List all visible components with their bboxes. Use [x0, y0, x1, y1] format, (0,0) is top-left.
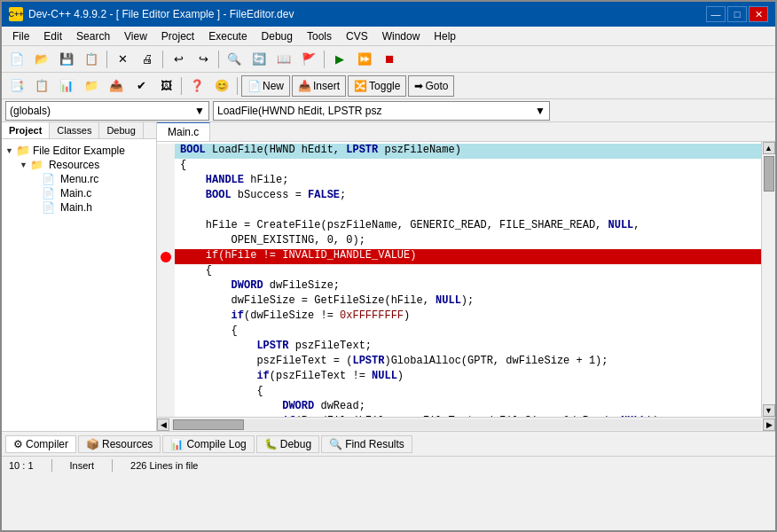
tree-root[interactable]: ▼📁File Editor Example	[5, 143, 153, 158]
tree-item-3[interactable]: 📄Main.h	[5, 200, 153, 215]
line-gutter	[157, 204, 175, 219]
code-line: OPEN_EXISTING, 0, 0);	[157, 234, 761, 249]
hscroll-right[interactable]: ▶	[763, 419, 775, 431]
function-value: LoadFile(HWND hEdit, LPSTR psz	[217, 105, 381, 117]
scrollbar-vertical[interactable]: ▲ ▼	[761, 142, 775, 417]
function-arrow: ▼	[535, 105, 545, 117]
scroll-down[interactable]: ▼	[763, 404, 775, 417]
code-line: LPSTR pszFileText;	[157, 340, 761, 355]
compile-btn[interactable]: ▶	[328, 49, 351, 70]
menu-item-cvs[interactable]: CVS	[339, 28, 375, 44]
bottom-tab-icon: 🔍	[329, 438, 342, 450]
code-text: BOOL LoadFile(HWND hEdit, LPSTR pszFileN…	[175, 144, 461, 159]
hscroll-thumb[interactable]	[173, 419, 244, 430]
side-tab-classes[interactable]: Classes	[50, 122, 99, 138]
tb2-1[interactable]: 📑	[5, 75, 28, 97]
maximize-button[interactable]: □	[727, 6, 747, 22]
bottom-tab-compile-log[interactable]: 📊Compile Log	[162, 435, 254, 453]
scope-value: (globals)	[10, 105, 51, 117]
tb2-2[interactable]: 📋	[30, 75, 53, 97]
bottom-tab-compiler[interactable]: ⚙Compiler	[5, 435, 76, 453]
scope-arrow: ▼	[194, 105, 205, 117]
menu-item-edit[interactable]: Edit	[36, 28, 69, 44]
code-line: if(pszFileText != NULL)	[157, 370, 761, 385]
menu-item-debug[interactable]: Debug	[255, 28, 300, 44]
tree-item-0[interactable]: ▼📁Resources	[5, 158, 153, 172]
line-gutter	[157, 174, 175, 189]
close-button[interactable]: ✕	[749, 6, 768, 22]
tb2-8[interactable]: ❓	[185, 75, 208, 97]
line-gutter	[157, 264, 175, 279]
side-tab-debug[interactable]: Debug	[99, 122, 143, 138]
tb2-5[interactable]: 📤	[105, 75, 128, 97]
stop-btn[interactable]: ⏹	[378, 49, 401, 70]
code-line: {	[157, 385, 761, 400]
tb2-7[interactable]: 🖼	[154, 75, 177, 97]
bottom-tab-resources[interactable]: 📦Resources	[78, 435, 161, 453]
menu-item-search[interactable]: Search	[69, 28, 117, 44]
code-tab-mainc[interactable]: Main.c	[157, 122, 210, 141]
side-tab-project[interactable]: Project	[2, 122, 50, 138]
bottom-tab-label: Debug	[280, 438, 311, 450]
bottom-tab-debug[interactable]: 🐛Debug	[256, 435, 319, 453]
title-bar: C++ Dev-C++ 4.9.9.2 - [ File Editor Exam…	[2, 2, 775, 27]
line-gutter	[157, 144, 175, 159]
minimize-button[interactable]: —	[706, 6, 726, 22]
close-btn[interactable]: ✕	[111, 49, 134, 70]
function-dropdown[interactable]: LoadFile(HWND hEdit, LPSTR psz ▼	[213, 101, 550, 121]
line-gutter	[157, 400, 175, 415]
line-gutter	[157, 355, 175, 370]
scroll-thumb[interactable]	[764, 156, 774, 192]
hscroll-track	[171, 419, 761, 430]
replace-btn[interactable]: 🔄	[247, 49, 271, 70]
new-file-btn[interactable]: 📄	[5, 49, 28, 70]
code-line: dwFileSize = GetFileSize(hFile, NULL);	[157, 294, 761, 309]
breakpoint-indicator	[161, 252, 171, 262]
tb2-4[interactable]: 📁	[80, 75, 103, 97]
goto-button[interactable]: ➡ Goto	[408, 75, 454, 97]
title-left: C++ Dev-C++ 4.9.9.2 - [ File Editor Exam…	[9, 7, 294, 21]
redo-btn[interactable]: ↪	[192, 49, 215, 70]
bottom-tab-find-results[interactable]: 🔍Find Results	[321, 435, 412, 453]
tb2-3[interactable]: 📊	[55, 75, 78, 97]
hscroll-left[interactable]: ◀	[157, 419, 169, 431]
bottom-tab-label: Compiler	[26, 438, 68, 450]
open-file-btn[interactable]: 📂	[30, 49, 53, 70]
menu-item-execute[interactable]: Execute	[201, 28, 254, 44]
insert-button[interactable]: 📥 Insert	[292, 75, 346, 97]
menu-item-help[interactable]: Help	[427, 28, 463, 44]
menu-item-view[interactable]: View	[117, 28, 154, 44]
code-scroll[interactable]: BOOL LoadFile(HWND hEdit, LPSTR pszFileN…	[157, 142, 761, 417]
menu-item-window[interactable]: Window	[375, 28, 428, 44]
code-line: pszFileText = (LPSTR)GlobalAlloc(GPTR, d…	[157, 355, 761, 370]
menu-item-project[interactable]: Project	[154, 28, 201, 44]
save-all-btn[interactable]: 📋	[80, 49, 103, 70]
toggle-label: Toggle	[369, 80, 400, 92]
new-button[interactable]: 📄 New	[241, 75, 290, 97]
save-btn[interactable]: 💾	[55, 49, 78, 70]
menu-item-file[interactable]: File	[5, 28, 36, 44]
book-btn[interactable]: 📖	[272, 49, 295, 70]
run-btn[interactable]: ⏩	[353, 49, 376, 70]
tb2-6[interactable]: ✔	[130, 75, 153, 97]
code-line: {	[157, 325, 761, 340]
code-view: BOOL LoadFile(HWND hEdit, LPSTR pszFileN…	[157, 142, 775, 417]
flag-btn[interactable]: 🚩	[297, 49, 320, 70]
code-text: {	[175, 385, 263, 400]
menu-item-tools[interactable]: Tools	[300, 28, 339, 44]
code-text	[175, 204, 180, 219]
tb2-9[interactable]: 😊	[210, 75, 233, 97]
bottom-tab-label: Resources	[102, 438, 153, 450]
scrollbar-horizontal: ◀ ▶	[157, 417, 775, 431]
tree-item-1[interactable]: 📄Menu.rc	[5, 172, 153, 186]
line-gutter	[157, 325, 175, 340]
code-text: HANDLE hFile;	[175, 174, 288, 189]
line-gutter	[157, 370, 175, 385]
print-btn[interactable]: 🖨	[136, 49, 159, 70]
find-btn[interactable]: 🔍	[223, 49, 246, 70]
scroll-up[interactable]: ▲	[763, 142, 775, 154]
toggle-button[interactable]: 🔀 Toggle	[348, 75, 406, 97]
undo-btn[interactable]: ↩	[167, 49, 190, 70]
tree-item-2[interactable]: 📄Main.c	[5, 186, 153, 200]
scope-dropdown[interactable]: (globals) ▼	[5, 101, 209, 121]
